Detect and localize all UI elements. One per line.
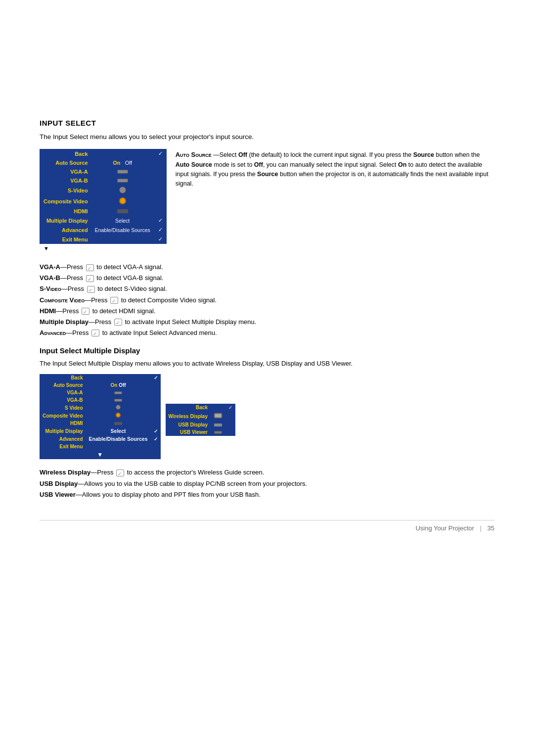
vgaa-icon	[86, 389, 151, 396]
svideo-icon	[91, 185, 154, 196]
footer-text: Using Your Projector	[415, 524, 474, 532]
svideo-icon	[116, 405, 121, 410]
table-row: Exit Menu ✓	[40, 235, 167, 244]
exitmenu-val	[86, 443, 151, 450]
exitmenu-check: ✓	[154, 235, 167, 244]
vgaa-check	[151, 389, 161, 396]
footer-page-number: 35	[488, 524, 494, 532]
feature-label: Advanced	[40, 329, 66, 336]
multidisplay-label: Multiple Display	[40, 427, 86, 435]
autosource-label: Auto Source	[40, 158, 91, 167]
vgaa-icon	[91, 167, 154, 176]
second-main-menu: Back ✓ Auto Source On Off VGA-A	[40, 374, 161, 459]
feature-item: VGA-B—Press to detect VGA-B signal.	[40, 273, 494, 284]
back-label: Back	[40, 374, 86, 381]
usbdisplay-check	[225, 421, 235, 428]
press-icon	[114, 319, 122, 326]
vgab-icon	[91, 176, 154, 185]
usb-bar-icon	[214, 424, 222, 426]
page-content: INPUT SELECT The Input Select menu allow…	[40, 20, 494, 532]
feature-text: —Press to detect VGA-B signal.	[60, 274, 164, 282]
autosource-value: On Off	[91, 158, 154, 167]
exitmenu-value	[91, 235, 154, 244]
feature-item: USB Display—Allows you to via the USB ca…	[40, 478, 494, 489]
back-check: ✓	[154, 149, 167, 158]
hdmi-icon	[114, 422, 122, 425]
autosource-check	[154, 158, 167, 167]
hdmi-icon	[91, 207, 154, 216]
second-menu-layout: Back ✓ Auto Source On Off VGA-A	[40, 374, 494, 459]
exitmenu-label: Exit Menu	[40, 443, 86, 450]
sub-submenu-table: Back ✓ Wireless Display	[166, 404, 235, 436]
vgaa-label: VGA-A	[40, 167, 91, 176]
composite-icon	[86, 412, 151, 420]
footer: Using Your Projector | 35	[40, 520, 494, 532]
feature-item: USB Viewer—Allows you to display photo a…	[40, 489, 494, 500]
multidisplay-check: ✓	[151, 427, 161, 435]
usbdisplay-icon	[211, 421, 225, 428]
arrow-cell: ▼	[40, 244, 167, 253]
feature-text: —Press to activate Input Select Advanced…	[66, 329, 217, 336]
table-row: USB Viewer	[166, 428, 235, 436]
composite-check	[154, 196, 167, 207]
svg-rect-1	[215, 414, 221, 417]
section2-intro: The Input Select Multiple Display menu a…	[40, 359, 494, 369]
vgaa-check	[154, 167, 167, 176]
svideo-label: S-Video	[40, 185, 91, 196]
section1-intro: The Input Select menu allows you to sele…	[40, 132, 494, 142]
vgab-label: VGA-B	[40, 396, 86, 404]
table-row: HDMI	[40, 207, 167, 216]
feature-item: HDMI—Press to detect HDMI signal.	[40, 306, 494, 317]
feature-text: —Press to activate Input Select Multiple…	[89, 318, 256, 326]
feature-label: Multiple Display	[40, 318, 89, 326]
input-select-menu: Back ✓ Auto Source On Off	[40, 149, 167, 253]
feature-label: Wireless Display	[40, 469, 90, 476]
advanced-check: ✓	[154, 225, 167, 235]
table-row: Advanced Enable/Disable Sources ✓	[40, 435, 161, 443]
back-label: Back	[166, 404, 211, 411]
autosource-desc-label: Auto Source	[176, 151, 212, 158]
feature-list-section1: VGA-A—Press to detect VGA-A signal. VGA-…	[40, 262, 494, 338]
composite-icon	[116, 413, 121, 418]
press-icon	[110, 297, 118, 304]
press-icon	[116, 470, 124, 476]
feature-label: Composite Video	[40, 296, 85, 304]
back-check: ✓	[151, 374, 161, 381]
wireless-icon-svg	[214, 412, 222, 419]
table-row: VGA-A	[40, 167, 167, 176]
table-row: Exit Menu	[40, 443, 161, 450]
advanced-check: ✓	[151, 435, 161, 443]
table-row: Auto Source On Off	[40, 381, 161, 389]
hdmi-icon	[86, 420, 151, 427]
table-row: Composite Video	[40, 412, 161, 420]
multiple-display-submenu: Back ✓ Wireless Display	[166, 404, 235, 459]
arrow-cell: ▼	[40, 450, 161, 459]
usbdisplay-label: USB Display	[166, 421, 211, 428]
table-row: Wireless Display	[166, 411, 235, 421]
connector-icon	[117, 179, 128, 183]
usbviewer-check	[225, 428, 235, 436]
feature-item: Wireless Display—Press to access the pro…	[40, 467, 494, 478]
feature-text: —Allows you to display photo and PPT fil…	[76, 491, 261, 498]
feature-label: VGA-A	[40, 263, 60, 271]
press-icon	[86, 275, 94, 282]
composite-icon	[91, 196, 154, 207]
feature-item: Advanced—Press to activate Input Select …	[40, 328, 494, 338]
table-row: Back ✓	[40, 149, 167, 158]
feature-item: S-Video—Press to detect S-Video signal.	[40, 284, 494, 294]
exitmenu-label: Exit Menu	[40, 235, 91, 244]
section1-title: INPUT SELECT	[40, 119, 494, 127]
connector-icon	[114, 399, 122, 402]
section2-title: Input Select Multiple Display	[40, 346, 494, 355]
table-row: HDMI	[40, 420, 161, 427]
press-icon	[91, 330, 99, 336]
menu-description-layout: Back ✓ Auto Source On Off	[40, 149, 494, 253]
usbviewer-label: USB Viewer	[166, 428, 211, 436]
back-value	[91, 149, 154, 158]
vgab-check	[151, 396, 161, 404]
table-row: Auto Source On Off	[40, 158, 167, 167]
composite-label: Composite Video	[40, 412, 86, 420]
feature-label: HDMI	[40, 307, 56, 315]
autosource-label: Auto Source	[40, 381, 86, 389]
back-label: Back	[40, 149, 91, 158]
